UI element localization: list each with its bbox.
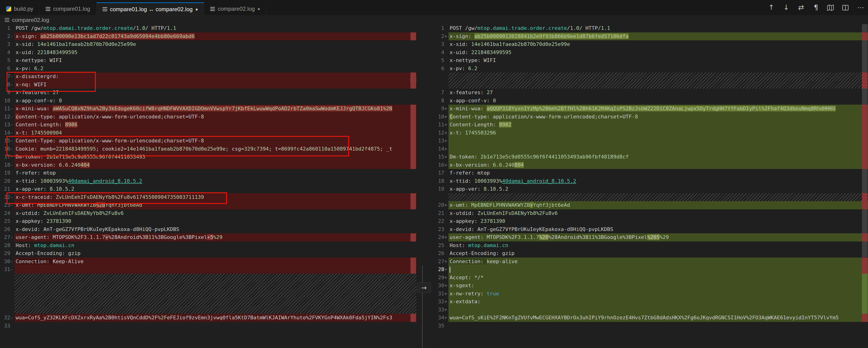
code-line[interactable]: 13-Content-Length: 8986 (0, 121, 416, 129)
breadcrumb[interactable]: compare02.log (0, 15, 868, 24)
code-line[interactable]: 11+Content-Length: 8982 (434, 121, 868, 129)
code-line[interactable]: 10x-app-conf-v: 0 (0, 97, 416, 105)
more-actions-button[interactable]: ⋯ (857, 3, 865, 11)
code-line[interactable]: 16-Cookie: munb=2218483499595; cookie2=1… (0, 145, 416, 153)
tab-build-py[interactable]: build.py (0, 2, 40, 15)
line-number: 5 (434, 56, 444, 65)
code-line[interactable]: 6x-pv: 6.2 (434, 65, 868, 73)
code-line[interactable]: 24x-utdid: ZvLUnEehIFsDAENyYb8%2Fu8v6 (0, 209, 416, 218)
code-line[interactable]: 8-x-nq: WIFI (0, 81, 416, 89)
code-line[interactable]: 13+ (434, 137, 868, 145)
code-line[interactable]: 7x-features: 27 (434, 89, 868, 97)
code-line[interactable]: 32+x-extdata: (434, 298, 868, 306)
code-line[interactable]: 22x-appkey: 23781390 (434, 217, 868, 225)
code-line[interactable]: 21x-utdid: ZvLUnEehIFsDAENyYb8%2Fu8v6 (434, 209, 868, 218)
diff-ruler-mark (862, 145, 868, 153)
code-line[interactable]: 35 (434, 322, 868, 330)
diff-sign (10, 97, 14, 105)
code-line[interactable]: 26x-devid: AnT-geGZ7VfPBrUKuIeyKEpakoxa-… (0, 225, 416, 233)
code-line[interactable]: 30-Connection: Keep-Alive (0, 258, 416, 266)
code-line[interactable]: 14+ (434, 145, 868, 153)
code-line[interactable]: 15-Content-Type: application/x-www-form-… (0, 137, 416, 145)
code-line[interactable]: 23x-devid: AnT-geGZ7VfPBrUKuIeyKEpakoxa-… (434, 225, 868, 233)
render-whitespace-button[interactable]: ¶ (812, 3, 820, 11)
code-line[interactable]: 31+x-nw-retry: true (434, 290, 868, 298)
right-scrollbar-overview-ruler[interactable] (862, 24, 868, 348)
code-line[interactable]: 18x-ttid: 10003993%40damai_android_8.10.… (434, 177, 868, 185)
code-line[interactable]: 25x-appkey: 23781390 (0, 217, 416, 225)
code-line[interactable]: 22-x-c-traceid: ZvLUnEehIFsDAENyYb8%2Fu8… (0, 193, 416, 201)
code-line[interactable]: 24+user-agent: MTOPSDK%2F3.1.1.7%20%28An… (434, 233, 868, 242)
line-number: 1 (0, 24, 10, 32)
code-line[interactable]: 28Host: mtop.damai.cn (0, 242, 416, 250)
code-line[interactable]: 29Accept-Encoding: gzip (0, 249, 416, 258)
code-line[interactable]: 34+wua=CofS_sKiE%2F2NKnTgZVUfvMwECGEHXAY… (434, 314, 868, 322)
open-map-button[interactable] (827, 3, 835, 11)
code-line[interactable]: 5x-nettype: WIFI (0, 56, 416, 65)
token: MpEBNDFLPHNVWAKWYZB (471, 202, 530, 208)
previous-change-button[interactable]: ↑ (767, 3, 775, 11)
modified-dot-icon[interactable]: ● (257, 7, 260, 11)
code-line[interactable]: 6x-pv: 6.2 (0, 65, 416, 73)
code-line[interactable]: 28+ (434, 265, 868, 274)
code-line[interactable]: 33 (0, 322, 416, 330)
code-line[interactable]: 23-x-umt: MpEBNDFLPHNVWAKWYZB%2BYqhf3jbt… (0, 201, 416, 209)
code-line[interactable]: 20+x-umt: MpEBNDFLPHNVWAKWYZB+Yqhf3jbt6e… (434, 201, 868, 209)
code-line[interactable]: 21x-app-ver: 8.10.5.2 (0, 185, 416, 193)
code-line[interactable]: 18-x-bx-version: 6.6.240404 (0, 161, 416, 169)
diff-sash[interactable] (422, 266, 423, 348)
code-line[interactable]: 19f-refer: mtop (0, 169, 416, 177)
code-line[interactable]: 5x-nettype: WIFI (434, 56, 868, 65)
left-overview-ruler[interactable] (410, 24, 416, 348)
code-line[interactable]: 17-Dm-token: 2b1e713e5c9d0555c96f6f44110… (0, 153, 416, 161)
code-line[interactable]: 9x-features: 27 (0, 89, 416, 97)
tab-compare02-log[interactable]: compare02.log● (204, 2, 267, 15)
tab-compare01-log[interactable]: compare01.log (40, 2, 96, 15)
code-line[interactable]: 16+x-bx-version: 6.6.240804 (434, 161, 868, 169)
code-line[interactable]: 3x-sid: 14e1461ba1faeab2b870b70d0e25e99e (0, 40, 416, 49)
code-line[interactable]: 1POST /gw/mtop.damai.trade.order.create/… (0, 24, 416, 32)
code-line[interactable]: 15+Dm-token: 2b1e713e5c9d0555c96f6f44110… (434, 153, 868, 161)
code-line[interactable]: 32-wua=CofS_yZ32KLKFcDXZxrxRyAa%2B0htisV… (0, 314, 416, 322)
code-line[interactable]: 9+x-mini-wua: aQQQP318YyxnIYzMp%2Bbm%2BT… (434, 105, 868, 113)
code-line[interactable]: 19x-app-ver: 8.10.5.2 (434, 185, 868, 193)
line-number-gutter: 32- (0, 314, 14, 322)
token: Connection: (16, 258, 53, 264)
split-editor-button[interactable] (842, 3, 850, 11)
code-line[interactable]: 7-x-disastergrd: (0, 72, 416, 81)
token: Accept-Encoding: gzip (16, 250, 81, 256)
code-line[interactable]: 11-x-mini-wua: aWASuCQBxNZ9ha%2By3kEdoge… (0, 105, 416, 113)
line-number: 34 (434, 314, 444, 322)
code-line[interactable]: 4x-uid: 2218483499595 (434, 49, 868, 57)
code-line[interactable]: 26Accept-Encoding: gzip (434, 249, 868, 258)
code-line[interactable]: 30+x-sgext: (434, 282, 868, 290)
diff-right-pane[interactable]: 1POST /gw/mtop.damai.trade.order.create/… (434, 24, 868, 348)
swap-sides-button[interactable]: ⇄ (797, 3, 805, 11)
code-line[interactable]: 2-x-sign: ab25b00090e13bc1ad7d22c01743a9… (0, 32, 416, 40)
token: x-app-ver: (450, 186, 484, 192)
code-line[interactable]: 3x-sid: 14e1461ba1faeab2b870b70d0e25e99e (434, 40, 868, 49)
revert-block-arrow-button[interactable]: → (417, 283, 431, 293)
code-line[interactable]: 10+Content-type: application/x-www-form-… (434, 113, 868, 121)
code-line[interactable]: 20x-ttid: 10003993%40damai_android_8.10.… (0, 177, 416, 185)
code-line[interactable]: 25Host: mtop.damai.cn (434, 242, 868, 250)
diff-left-pane[interactable]: 1POST /gw/mtop.damai.trade.order.create/… (0, 24, 416, 348)
code-line[interactable]: 27-user-agent: MTOPSDK%2F3.1.1.7+%28Andr… (0, 233, 416, 242)
code-line[interactable]: 27+Connection: keep-alive (434, 258, 868, 266)
tab-diff-compare01-compare02[interactable]: compare01.log ↔ compare02.log● (96, 2, 205, 15)
code-line[interactable]: 31- (0, 265, 416, 274)
modified-dot-icon[interactable]: ● (195, 7, 198, 11)
code-line[interactable]: 17f-refer: mtop (434, 169, 868, 177)
code-line[interactable]: 29+Accept: */* (434, 274, 868, 282)
code-line[interactable]: 33+ (434, 306, 868, 314)
next-change-button[interactable]: ↓ (782, 3, 790, 11)
code-line[interactable]: 12-content-type: application/x-www-form-… (0, 113, 416, 121)
code-line[interactable]: 8x-app-conf-v: 0 (434, 97, 868, 105)
code-line[interactable]: 2+x-sign: ab25b0009013028841b2e9f93b866b… (434, 32, 868, 40)
code-line[interactable]: 14-x-t: 1745500904 (0, 129, 416, 137)
code-line[interactable]: 4x-uid: 2218483499595 (0, 49, 416, 57)
hatch-filler (14, 282, 416, 290)
code-line[interactable]: 12+x-t: 1745503296 (434, 129, 868, 137)
code-line[interactable]: 1POST /gw/mtop.damai.trade.order.create/… (434, 24, 868, 32)
token: ; t= (269, 146, 281, 152)
